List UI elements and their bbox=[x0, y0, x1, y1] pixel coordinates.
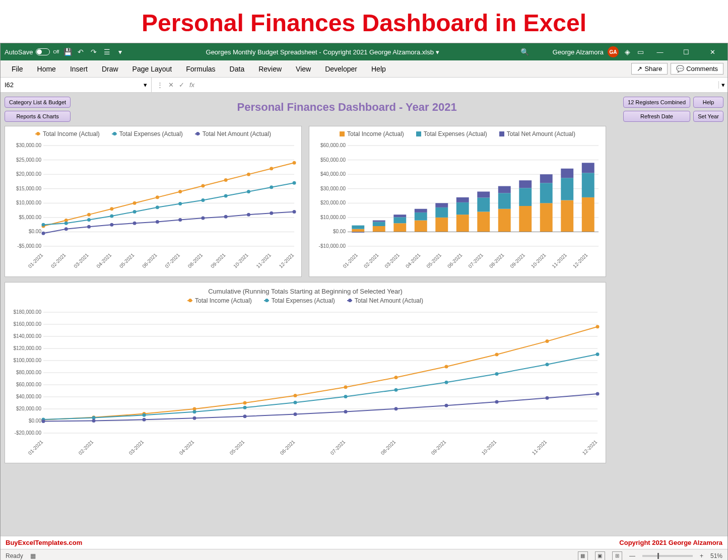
fx-icon[interactable]: fx bbox=[189, 81, 194, 89]
svg-text:04-2021: 04-2021 bbox=[178, 439, 195, 456]
svg-text:$15,000.00: $15,000.00 bbox=[16, 186, 41, 191]
svg-point-178 bbox=[193, 410, 196, 413]
macro-icon[interactable]: ▦ bbox=[30, 552, 36, 559]
chart2-legend: Total Income (Actual) Total Expenses (Ac… bbox=[312, 130, 603, 137]
svg-text:$0.00: $0.00 bbox=[29, 229, 41, 234]
svg-rect-94 bbox=[435, 203, 448, 207]
search-icon[interactable]: 🔍 bbox=[520, 47, 530, 56]
svg-text:02-2021: 02-2021 bbox=[363, 252, 380, 269]
autosave-state: Off bbox=[53, 49, 59, 54]
autosave-toggle[interactable]: AutoSave Off bbox=[5, 48, 59, 56]
svg-rect-83 bbox=[373, 226, 385, 232]
svg-rect-92 bbox=[435, 218, 448, 232]
zoom-slider[interactable] bbox=[642, 555, 693, 557]
cancel-icon[interactable]: ✕ bbox=[168, 81, 174, 89]
save-icon[interactable]: 💾 bbox=[63, 47, 72, 56]
svg-rect-106 bbox=[519, 180, 532, 188]
diamond-icon[interactable]: ◈ bbox=[623, 47, 632, 56]
category-budget-button[interactable]: Category List & Budget bbox=[5, 97, 71, 108]
formula-expand[interactable]: ▾ bbox=[718, 81, 727, 89]
chart-monthly-bar: Total Income (Actual) Total Expenses (Ac… bbox=[309, 126, 606, 277]
svg-rect-80 bbox=[352, 229, 364, 232]
tab-page-layout[interactable]: Page Layout bbox=[125, 60, 179, 78]
touch-icon[interactable]: ☰ bbox=[102, 47, 111, 56]
tab-file[interactable]: File bbox=[5, 60, 30, 78]
svg-point-54 bbox=[87, 225, 91, 229]
refresh-button[interactable]: Refresh Date bbox=[623, 111, 690, 122]
svg-rect-89 bbox=[415, 221, 427, 232]
tab-home[interactable]: Home bbox=[30, 60, 63, 78]
svg-text:11-2021: 11-2021 bbox=[255, 252, 272, 269]
svg-text:12-2021: 12-2021 bbox=[581, 439, 599, 456]
svg-point-53 bbox=[64, 227, 68, 231]
svg-point-168 bbox=[294, 394, 297, 397]
svg-rect-86 bbox=[393, 223, 406, 232]
svg-point-187 bbox=[42, 419, 45, 423]
svg-point-63 bbox=[293, 210, 296, 214]
svg-text:$10,000.00: $10,000.00 bbox=[16, 200, 41, 205]
svg-point-56 bbox=[133, 222, 137, 225]
svg-text:10-2021: 10-2021 bbox=[232, 252, 249, 269]
svg-point-195 bbox=[445, 404, 448, 407]
tab-formulas[interactable]: Formulas bbox=[179, 60, 222, 78]
view-normal-icon[interactable]: ▦ bbox=[578, 551, 588, 561]
zoom-level[interactable]: 51% bbox=[710, 552, 722, 559]
name-box[interactable]: I62▾ bbox=[1, 78, 152, 92]
ribbon: File Home Insert Draw Page Layout Formul… bbox=[1, 60, 727, 78]
tab-developer[interactable]: Developer bbox=[318, 60, 364, 78]
svg-text:02-2021: 02-2021 bbox=[78, 439, 95, 456]
svg-point-58 bbox=[178, 218, 182, 222]
tab-insert[interactable]: Insert bbox=[63, 60, 95, 78]
tab-help[interactable]: Help bbox=[364, 60, 393, 78]
svg-rect-104 bbox=[519, 206, 532, 232]
svg-text:-$10,000.00: -$10,000.00 bbox=[319, 243, 346, 249]
dots-icon[interactable]: ⋮ bbox=[157, 81, 163, 89]
svg-text:$20,000.00: $20,000.00 bbox=[320, 200, 346, 205]
share-button[interactable]: ↗Share bbox=[631, 63, 668, 75]
redo-icon[interactable]: ↷ bbox=[89, 47, 98, 56]
svg-text:01-2021: 01-2021 bbox=[27, 439, 44, 456]
svg-point-185 bbox=[546, 363, 549, 366]
reports-charts-button[interactable]: Reports & Charts bbox=[5, 111, 71, 122]
svg-text:$180,000.00: $180,000.00 bbox=[13, 309, 41, 315]
svg-point-62 bbox=[270, 212, 273, 215]
maximize-button[interactable]: ☐ bbox=[675, 43, 697, 60]
tab-review[interactable]: Review bbox=[251, 60, 289, 78]
svg-text:$30,000.00: $30,000.00 bbox=[16, 143, 41, 148]
avatar[interactable]: GA bbox=[608, 46, 619, 57]
tab-data[interactable]: Data bbox=[223, 60, 252, 78]
registers-button[interactable]: 12 Registers Combined bbox=[623, 97, 690, 108]
dashboard-title: Personal Finances Dashboard - Year 2021 bbox=[71, 97, 623, 114]
svg-point-60 bbox=[224, 215, 228, 219]
zoom-out-icon[interactable]: — bbox=[629, 552, 635, 559]
ribbon-mode-icon[interactable]: ▭ bbox=[636, 47, 645, 56]
svg-point-49 bbox=[247, 190, 250, 193]
undo-icon[interactable]: ↶ bbox=[76, 47, 85, 56]
help-button[interactable]: Help bbox=[693, 97, 723, 108]
zoom-in-icon[interactable]: + bbox=[700, 552, 703, 559]
view-pagebreak-icon[interactable]: ⊞ bbox=[612, 551, 622, 561]
svg-text:$0.00: $0.00 bbox=[333, 229, 346, 234]
worksheet: Category List & Budget Reports & Charts … bbox=[1, 93, 727, 536]
comments-button[interactable]: 💬Comments bbox=[671, 63, 723, 75]
svg-text:11-2021: 11-2021 bbox=[531, 439, 548, 456]
close-button[interactable]: ✕ bbox=[701, 43, 723, 60]
setyear-button[interactable]: Set Year bbox=[693, 111, 723, 122]
svg-text:12-2021: 12-2021 bbox=[572, 252, 589, 269]
svg-text:06-2021: 06-2021 bbox=[141, 252, 158, 269]
svg-point-167 bbox=[243, 401, 247, 405]
tab-view[interactable]: View bbox=[289, 60, 318, 78]
svg-point-42 bbox=[87, 218, 91, 222]
dropdown-icon[interactable]: ▾ bbox=[115, 47, 124, 56]
tab-draw[interactable]: Draw bbox=[95, 60, 125, 78]
enter-icon[interactable]: ✓ bbox=[179, 81, 184, 89]
svg-point-34 bbox=[178, 190, 182, 193]
minimize-button[interactable]: — bbox=[649, 43, 671, 60]
svg-text:$50,000.00: $50,000.00 bbox=[320, 157, 346, 163]
svg-text:05-2021: 05-2021 bbox=[118, 252, 136, 269]
svg-rect-81 bbox=[352, 226, 364, 229]
view-pagelayout-icon[interactable]: ▣ bbox=[595, 551, 605, 561]
svg-point-48 bbox=[224, 194, 228, 198]
legend-square-icon bbox=[499, 131, 504, 136]
footer-bar: BuyExcelTemplates.com Copyright 2021 Geo… bbox=[1, 536, 727, 549]
